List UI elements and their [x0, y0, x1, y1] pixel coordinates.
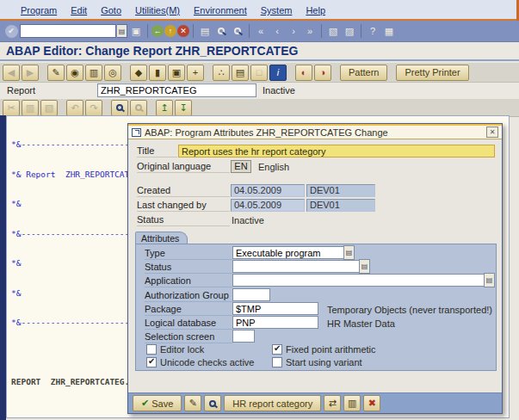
pattern-button[interactable]: Pattern [340, 65, 387, 81]
attr-status-field[interactable] [232, 260, 360, 273]
navigation-icon[interactable]: + [187, 65, 204, 81]
title-field[interactable] [178, 145, 495, 158]
application-dropdown-icon[interactable] [484, 273, 495, 287]
pretty-printer-button[interactable]: Pretty Printer [396, 65, 468, 81]
menu-edit[interactable]: Edit [71, 5, 87, 15]
object-list-icon[interactable]: ◉ [66, 65, 83, 81]
editor-lock-label: Editor lock [160, 344, 204, 355]
cancel-icon[interactable]: ✖ [363, 395, 380, 411]
report-name-field[interactable] [97, 83, 256, 97]
save-icon[interactable]: ▣ [128, 23, 144, 39]
menu-program[interactable]: Program [21, 5, 57, 15]
customize-icon[interactable]: ▦ [381, 23, 397, 39]
find-next-icon[interactable] [130, 100, 147, 116]
start-variant-label: Start using variant [286, 357, 362, 368]
unicode-checks-label: Unicode checks active [160, 357, 254, 368]
save-button[interactable]: ✔ Save [133, 395, 182, 411]
print-source-icon[interactable]: ▤ [232, 65, 249, 81]
logical-database-field[interactable] [232, 316, 318, 329]
new-session-icon[interactable]: ▧ [325, 23, 341, 39]
attributes-group-box: Type Status Application Authorization Gr… [135, 244, 497, 371]
upload-icon[interactable]: ↥ [156, 100, 173, 116]
fixed-point-checkbox[interactable] [272, 344, 282, 355]
documentation-icon[interactable]: ◑ [314, 65, 331, 81]
report-status: Inactive [263, 85, 295, 96]
where-used-icon[interactable]: ▣ [168, 65, 185, 81]
display-change-icon[interactable]: ✎ [47, 65, 65, 81]
undo-icon[interactable]: ↶ [66, 100, 83, 116]
dialog-icon [132, 128, 141, 137]
redo-icon[interactable]: ↷ [85, 100, 102, 116]
type-dropdown-icon[interactable] [343, 245, 355, 260]
download-icon[interactable]: ↧ [175, 100, 192, 116]
print-icon[interactable]: ▤ [197, 23, 213, 39]
cut-icon[interactable]: ✂ [3, 100, 20, 116]
copy-icon[interactable]: ▥ [22, 100, 39, 116]
command-dropdown-icon[interactable] [117, 24, 127, 38]
selection-screen-field[interactable] [232, 330, 255, 343]
menu-system[interactable]: System [261, 5, 293, 15]
exit-icon[interactable]: ↑ [164, 25, 176, 37]
menu-environment[interactable]: Environment [194, 5, 247, 15]
start-variant-checkbox[interactable] [272, 357, 282, 368]
activate-icon[interactable]: ◎ [104, 65, 121, 81]
menu-utilities[interactable]: Utilities(M) [135, 5, 180, 15]
next-page-icon[interactable]: › [286, 23, 301, 39]
info-icon[interactable]: i [269, 65, 287, 81]
shortcut-icon[interactable]: ▨ [342, 23, 357, 39]
display-icon[interactable] [204, 395, 221, 411]
package-field[interactable] [232, 302, 318, 315]
nav-back-icon[interactable]: ◀ [3, 65, 20, 81]
enter-icon[interactable]: ✔ [3, 23, 19, 39]
created-date-field: 04.05.2009 [231, 184, 305, 197]
nav-forward-icon[interactable]: ▶ [22, 65, 39, 81]
close-icon[interactable]: ✕ [486, 127, 498, 138]
separator [147, 24, 148, 38]
find-next-icon[interactable] [230, 23, 245, 39]
first-page-icon[interactable]: « [253, 23, 269, 39]
editor-toolbar: ✂ ▥ ▧ ↶ ↷ ↥ ↧ [0, 99, 519, 117]
original-language-text: English [258, 162, 289, 172]
hr-report-category-button[interactable]: HR report category [224, 395, 321, 411]
separator [321, 24, 322, 38]
original-language-field[interactable]: EN [231, 160, 251, 173]
menu-goto[interactable]: Goto [101, 5, 121, 15]
find-icon[interactable] [213, 23, 229, 39]
navigate-icon[interactable]: ⇄ [324, 395, 341, 411]
status-dropdown-icon[interactable] [359, 259, 370, 274]
type-field[interactable] [232, 246, 344, 259]
cancel-icon[interactable]: ✕ [177, 25, 189, 37]
runtime-analysis-icon[interactable]: ◐ [295, 65, 312, 81]
check-icon: ✔ [141, 398, 149, 409]
find-icon[interactable] [111, 100, 128, 116]
paste-icon[interactable]: ▧ [40, 100, 58, 116]
package-label: Package [145, 304, 232, 316]
display-change-icon[interactable]: ✎ [184, 395, 201, 411]
package-description: Temporary Objects (never transported!) [327, 305, 492, 315]
lock-icon[interactable]: ◆ [130, 65, 147, 81]
separator [193, 24, 194, 38]
copy-attributes-icon[interactable]: ▥ [343, 395, 361, 411]
selection-screen-label: Selection screen [145, 331, 232, 343]
logical-database-description: HR Master Data [327, 318, 395, 329]
object-hierarchy-icon[interactable]: ∴ [213, 65, 230, 81]
status-value: Inactive [232, 215, 264, 225]
copy-program-icon[interactable]: ▥ [85, 65, 102, 81]
report-row: Report Inactive [0, 83, 519, 99]
dialog-title-bar: ABAP: Program Attributes ZHR_REPORTCATEG… [128, 124, 502, 139]
unicode-checks-checkbox[interactable] [146, 357, 157, 368]
title-label: Title [137, 145, 177, 158]
editor-lock-checkbox[interactable] [146, 344, 157, 355]
command-field[interactable] [20, 24, 116, 38]
menu-help[interactable]: Help [306, 5, 325, 15]
created-label: Created [137, 185, 230, 197]
page-title: ABAP Editor: Change Report ZHR_REPORTCAT… [0, 42, 519, 61]
worklist-icon[interactable]: □ [250, 65, 268, 81]
authorization-group-field[interactable] [232, 288, 270, 301]
application-field[interactable] [232, 274, 485, 287]
breakpoint-icon[interactable]: ▮ [149, 65, 166, 81]
last-page-icon[interactable]: » [302, 23, 318, 39]
back-icon[interactable]: ← [151, 25, 164, 37]
previous-page-icon[interactable]: ‹ [269, 23, 285, 39]
help-icon[interactable]: ? [365, 23, 380, 39]
